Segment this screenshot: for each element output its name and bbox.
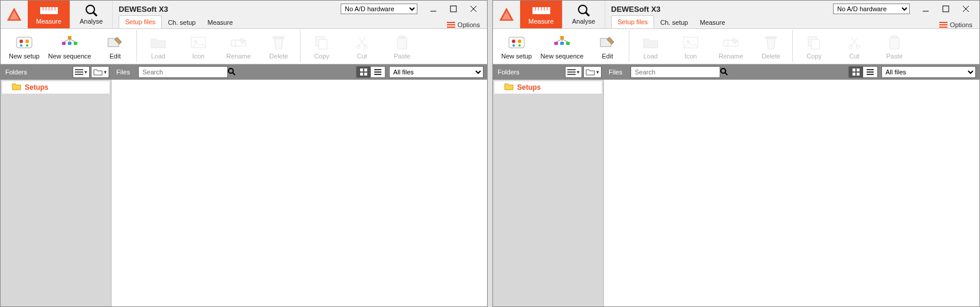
svg-line-28 bbox=[64, 39, 70, 42]
list-lines-icon bbox=[374, 68, 381, 76]
close-button[interactable] bbox=[956, 3, 976, 15]
tab-ch-setup[interactable]: Ch. setup bbox=[654, 17, 694, 28]
svg-rect-23 bbox=[68, 36, 71, 39]
load-button[interactable]: Load bbox=[138, 30, 178, 63]
icon-button[interactable]: Icon bbox=[671, 30, 711, 63]
cut-button[interactable]: Cut bbox=[834, 30, 874, 63]
svg-line-105 bbox=[725, 73, 727, 75]
new-sequence-button[interactable]: New sequence bbox=[537, 30, 587, 63]
grid-icon bbox=[360, 68, 367, 76]
new-sequence-icon bbox=[552, 34, 572, 51]
edit-button[interactable]: Edit bbox=[587, 30, 628, 63]
filter-bar: Folders ▾ ▾ Files All files bbox=[493, 64, 979, 80]
maximize-button[interactable] bbox=[443, 3, 463, 15]
svg-rect-51 bbox=[364, 68, 367, 71]
search-icon[interactable] bbox=[720, 67, 728, 77]
rename-icon bbox=[230, 34, 247, 51]
paste-button[interactable]: Paste bbox=[874, 30, 914, 63]
svg-rect-68 bbox=[943, 6, 949, 12]
svg-rect-79 bbox=[560, 36, 564, 39]
rename-button[interactable]: Rename bbox=[711, 30, 751, 63]
copy-button[interactable]: Copy bbox=[302, 30, 342, 63]
tab-measure[interactable]: Measure bbox=[694, 17, 731, 28]
cut-button[interactable]: Cut bbox=[342, 30, 382, 63]
app-window-left: Measure Analyse DEWESoft X3 No A/D hardw… bbox=[0, 0, 488, 307]
content: Setups bbox=[1, 80, 487, 306]
mode-measure[interactable]: Measure bbox=[28, 1, 70, 28]
svg-rect-81 bbox=[560, 42, 564, 45]
files-view-toggle bbox=[848, 66, 878, 78]
edit-icon bbox=[106, 34, 124, 51]
folder-browse-button[interactable]: ▾ bbox=[583, 66, 602, 78]
paste-button[interactable]: Paste bbox=[382, 30, 422, 63]
tab-measure[interactable]: Measure bbox=[201, 17, 239, 28]
svg-line-49 bbox=[233, 73, 235, 75]
minimize-button[interactable] bbox=[423, 3, 443, 15]
chevron-down-icon: ▾ bbox=[576, 69, 581, 75]
list-view-button[interactable] bbox=[371, 67, 385, 77]
folder-icon bbox=[12, 83, 21, 92]
copy-icon bbox=[806, 34, 822, 51]
icon-button[interactable]: Icon bbox=[178, 30, 218, 63]
delete-button[interactable]: Delete bbox=[259, 30, 299, 63]
minimize-button[interactable] bbox=[916, 3, 936, 15]
files-view-toggle bbox=[356, 66, 386, 78]
folders-label: Folders bbox=[493, 68, 524, 76]
folder-view-mode-button[interactable]: ▾ bbox=[565, 66, 582, 78]
tree-item-setups[interactable]: Setups bbox=[494, 81, 602, 94]
app-logo bbox=[493, 1, 520, 28]
tree-item-setups[interactable]: Setups bbox=[2, 81, 110, 94]
folder-open-icon bbox=[642, 34, 659, 51]
search-field-wrap bbox=[631, 66, 720, 78]
delete-button[interactable]: Delete bbox=[751, 30, 791, 63]
files-label: Files bbox=[604, 68, 627, 76]
chevron-down-icon: ▾ bbox=[595, 69, 600, 75]
svg-line-84 bbox=[556, 39, 562, 42]
tab-setup-files[interactable]: Setup files bbox=[611, 15, 654, 28]
options-label: Options bbox=[950, 21, 972, 28]
search-input[interactable] bbox=[631, 68, 720, 76]
rename-button[interactable]: Rename bbox=[218, 30, 259, 63]
maximize-button[interactable] bbox=[936, 3, 956, 15]
list-view-button[interactable] bbox=[863, 67, 877, 77]
close-button[interactable] bbox=[463, 3, 484, 15]
folder-view-mode-button[interactable]: ▾ bbox=[73, 66, 90, 78]
new-setup-button[interactable]: New setup bbox=[496, 30, 537, 63]
mode-measure[interactable]: Measure bbox=[520, 1, 563, 28]
image-icon bbox=[682, 34, 700, 51]
filter-bar: Folders ▾ ▾ Files bbox=[1, 64, 487, 80]
hardware-select[interactable]: No A/D hardware bbox=[341, 4, 417, 14]
svg-point-104 bbox=[721, 68, 726, 73]
hardware-select[interactable]: No A/D hardware bbox=[833, 4, 910, 14]
svg-point-19 bbox=[19, 40, 23, 43]
edit-button[interactable]: Edit bbox=[95, 30, 135, 63]
options-button[interactable]: Options bbox=[443, 21, 484, 28]
tab-setup-files[interactable]: Setup files bbox=[119, 15, 162, 28]
new-setup-button[interactable]: New setup bbox=[4, 30, 44, 63]
svg-rect-99 bbox=[890, 37, 899, 49]
file-filter-select[interactable]: All files bbox=[881, 66, 976, 78]
mode-analyse[interactable]: Analyse bbox=[70, 1, 113, 28]
svg-rect-109 bbox=[857, 73, 860, 76]
new-sequence-button[interactable]: New sequence bbox=[44, 30, 95, 63]
trash-icon bbox=[764, 34, 778, 51]
magnifier-icon bbox=[85, 5, 98, 17]
svg-point-20 bbox=[25, 40, 29, 43]
svg-point-22 bbox=[26, 44, 28, 47]
list-lines-icon bbox=[867, 68, 874, 76]
search-input[interactable] bbox=[139, 68, 227, 76]
file-filter-select[interactable]: All files bbox=[389, 66, 484, 78]
load-button[interactable]: Load bbox=[631, 30, 671, 63]
svg-rect-12 bbox=[450, 6, 456, 12]
mode-analyse[interactable]: Analyse bbox=[563, 1, 605, 28]
folder-browse-button[interactable]: ▾ bbox=[91, 66, 109, 78]
search-icon[interactable] bbox=[227, 67, 236, 77]
grid-view-button[interactable] bbox=[849, 67, 863, 77]
svg-point-75 bbox=[512, 40, 515, 43]
grid-view-button[interactable] bbox=[357, 67, 371, 77]
scissors-icon bbox=[847, 34, 861, 51]
copy-button[interactable]: Copy bbox=[794, 30, 834, 63]
options-button[interactable]: Options bbox=[936, 21, 976, 28]
svg-rect-38 bbox=[319, 40, 327, 49]
tab-ch-setup[interactable]: Ch. setup bbox=[162, 17, 201, 28]
